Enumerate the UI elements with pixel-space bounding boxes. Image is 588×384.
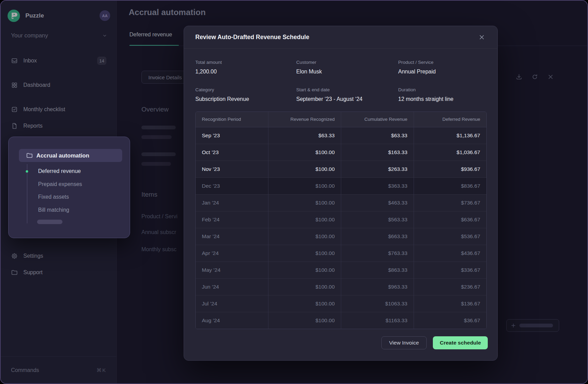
row-value: $1,136.67 xyxy=(414,127,486,144)
row-period: Jul ’24 xyxy=(196,295,268,312)
row-period: Sep ’23 xyxy=(196,127,268,144)
table-row: Aug ’24$100.00$1163.33$36.67 xyxy=(196,312,486,329)
table-row: Mar ’24$100.00$663.33$536.67 xyxy=(196,228,486,245)
row-value: $263.33 xyxy=(341,161,414,177)
row-value: $636.67 xyxy=(414,211,486,228)
row-value: $100.00 xyxy=(268,144,341,161)
sidebar-item-label: Accrual automation xyxy=(36,152,89,159)
folder-icon xyxy=(26,152,33,159)
field-value: Annual Prepaid xyxy=(398,69,436,75)
row-value: $536.67 xyxy=(414,228,486,245)
row-value: $100.00 xyxy=(268,228,341,245)
skeleton-pill xyxy=(37,220,62,224)
field-label: Duration xyxy=(398,87,453,92)
table-row: Jan ’24$100.00$463.33$736.67 xyxy=(196,194,486,211)
table-row: Apr ’24$100.00$763.33$436.67 xyxy=(196,245,486,261)
row-period: Nov ’23 xyxy=(196,161,268,177)
field-total-amount: Total amount 1,200.00 xyxy=(195,60,222,75)
field-customer: Customer Elon Musk xyxy=(296,60,322,75)
table-row: Dec ’23$100.00$363.33$836.67 xyxy=(196,177,486,194)
row-value: $100.00 xyxy=(268,261,341,278)
active-subitem-dot xyxy=(26,170,28,173)
revenue-schedule-table: Recognition Period Revenue Recognized Cu… xyxy=(195,112,487,329)
app-window: Accrual automation Deferred revenue Invo… xyxy=(0,0,588,384)
field-value: 1,200.00 xyxy=(195,69,222,75)
row-value: $336.67 xyxy=(414,261,486,278)
row-value: $136.67 xyxy=(414,295,486,312)
field-start-end-date: Start & end date September ‘23 - August … xyxy=(296,87,362,102)
row-value: $863.33 xyxy=(341,261,414,278)
row-value: $836.67 xyxy=(414,177,486,194)
row-value: $563.33 xyxy=(341,211,414,228)
row-value: $100.00 xyxy=(268,312,341,329)
row-value: $100.00 xyxy=(268,161,341,177)
row-value: $1063.33 xyxy=(341,295,414,312)
close-icon[interactable] xyxy=(479,33,488,42)
row-period: May ’24 xyxy=(196,261,268,278)
row-value: $100.00 xyxy=(268,245,341,261)
field-label: Product / Service xyxy=(398,60,436,65)
field-label: Start & end date xyxy=(296,87,362,92)
field-category: Category Subscription Revenue xyxy=(195,87,249,102)
table-row: Nov ’23$100.00$263.33$936.67 xyxy=(196,161,486,177)
row-value: $436.67 xyxy=(414,245,486,261)
row-period: Aug ’24 xyxy=(196,312,268,329)
field-value: Elon Musk xyxy=(296,69,322,75)
schedule-table-body: Sep ’23$63.33$63.33$1,136.67Oct ’23$100.… xyxy=(196,127,486,329)
sidebar-item-accrual-automation[interactable]: Accrual automation xyxy=(19,149,122,162)
row-value: $163.33 xyxy=(341,144,414,161)
row-value: $763.33 xyxy=(341,245,414,261)
row-value: $100.00 xyxy=(268,278,341,295)
row-value: $36.67 xyxy=(414,312,486,329)
row-value: $463.33 xyxy=(341,194,414,211)
table-header-row: Recognition Period Revenue Recognized Cu… xyxy=(196,112,486,127)
row-value: $63.33 xyxy=(341,127,414,144)
column-header: Revenue Recognized xyxy=(268,112,341,127)
column-header: Recognition Period xyxy=(196,112,268,127)
row-period: Apr ’24 xyxy=(196,245,268,261)
field-duration: Duration 12 months straight line xyxy=(398,87,453,102)
sidebar-subitem-bill-matching[interactable]: Bill matching xyxy=(38,206,69,214)
field-label: Total amount xyxy=(195,60,222,65)
row-value: $363.33 xyxy=(341,177,414,194)
accrual-automation-card: Accrual automation Deferred revenue Prep… xyxy=(8,137,130,238)
row-period: Jan ’24 xyxy=(196,194,268,211)
row-value: $936.67 xyxy=(414,161,486,177)
table-row: Oct ’23$100.00$163.33$1,036.67 xyxy=(196,144,486,161)
subitem-tree-line xyxy=(27,164,27,223)
table-row: Sep ’23$63.33$63.33$1,136.67 xyxy=(196,127,486,144)
modal-title: Review Auto-Drafted Revenue Schedule xyxy=(195,34,309,41)
row-value: $1,036.67 xyxy=(414,144,486,161)
field-value: September ‘23 - August ‘24 xyxy=(296,96,362,102)
row-period: Jun ’24 xyxy=(196,278,268,295)
sidebar-subitem-deferred-revenue[interactable]: Deferred revenue xyxy=(38,167,81,175)
create-schedule-button[interactable]: Create schedule xyxy=(433,336,488,349)
column-header: Deferred Revenue xyxy=(414,112,486,127)
sidebar-subitem-prepaid-expenses[interactable]: Prepaid expenses xyxy=(38,181,82,188)
table-row: May ’24$100.00$863.33$336.67 xyxy=(196,261,486,278)
row-value: $663.33 xyxy=(341,228,414,245)
sidebar-subitem-fixed-assets[interactable]: Fixed assets xyxy=(38,193,69,201)
modal-header: Review Auto-Drafted Revenue Schedule xyxy=(184,26,497,49)
row-period: Feb ’24 xyxy=(196,211,268,228)
row-period: Dec ’23 xyxy=(196,177,268,194)
field-product-service: Product / Service Annual Prepaid xyxy=(398,60,436,75)
row-value: $736.67 xyxy=(414,194,486,211)
view-invoice-button[interactable]: View Invoice xyxy=(381,336,427,349)
row-value: $236.67 xyxy=(414,278,486,295)
field-label: Customer xyxy=(296,60,322,65)
row-value: $100.00 xyxy=(268,194,341,211)
row-period: Mar ’24 xyxy=(196,228,268,245)
row-value: $63.33 xyxy=(268,127,341,144)
table-row: Feb ’24$100.00$563.33$636.67 xyxy=(196,211,486,228)
table-row: Jul ’24$100.00$1063.33$136.67 xyxy=(196,295,486,312)
row-value: $1163.33 xyxy=(341,312,414,329)
field-value: Subscription Revenue xyxy=(195,96,249,102)
row-period: Oct ’23 xyxy=(196,144,268,161)
field-value: 12 months straight line xyxy=(398,96,453,102)
field-label: Category xyxy=(195,87,249,92)
row-value: $100.00 xyxy=(268,295,341,312)
review-schedule-modal: Review Auto-Drafted Revenue Schedule Tot… xyxy=(184,26,498,361)
row-value: $100.00 xyxy=(268,211,341,228)
column-header: Cumulative Revenue xyxy=(341,112,414,127)
